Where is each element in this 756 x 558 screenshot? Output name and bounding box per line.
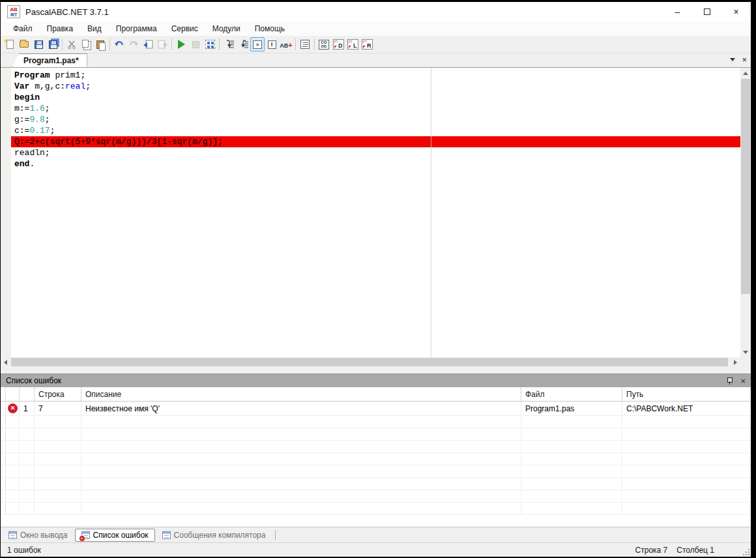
close-button[interactable]: × bbox=[721, 2, 751, 22]
pt-l-icon: PTL bbox=[347, 39, 358, 50]
pin-panel-icon[interactable] bbox=[727, 377, 733, 385]
toolbar-separator bbox=[62, 38, 63, 50]
tab-close-icon[interactable]: × bbox=[742, 55, 747, 64]
cut-button[interactable] bbox=[65, 37, 79, 51]
paste-button[interactable] bbox=[93, 37, 108, 51]
resize-grip[interactable] bbox=[742, 548, 749, 555]
column-header-line[interactable]: Строка bbox=[35, 387, 81, 401]
error-panel-title: Список ошибок bbox=[6, 376, 61, 385]
error-table: Строка Описание Файл Путь ✕17Неизвестное… bbox=[1, 387, 751, 527]
editor-gutter bbox=[1, 68, 11, 357]
indent-button[interactable] bbox=[222, 37, 236, 51]
error-code-line[interactable]: Q:=2+c(sqrt(5+9*sqr(m/g)))/3[1-sqr(m/g)]… bbox=[11, 136, 740, 147]
menu-edit[interactable]: Правка bbox=[40, 23, 81, 35]
new-file-icon: ★ bbox=[7, 40, 14, 49]
code-editor[interactable]: Program prim1;Var m,g,c:real;beginm:=1.6… bbox=[1, 68, 740, 357]
save-button[interactable] bbox=[31, 37, 46, 51]
document-tab-strip: Program1.pas* × bbox=[1, 53, 751, 68]
redo-button[interactable] bbox=[126, 37, 141, 51]
maximize-icon bbox=[704, 8, 710, 15]
menu-file[interactable]: Файл bbox=[6, 23, 40, 35]
minimize-button[interactable]: – bbox=[663, 2, 692, 22]
bottom-tab-separator bbox=[275, 530, 276, 540]
unindent-icon bbox=[238, 39, 249, 50]
interface-toggle[interactable]: I bbox=[265, 37, 279, 51]
undo-icon bbox=[114, 40, 124, 49]
scroll-up-icon[interactable] bbox=[740, 68, 751, 78]
horizontal-scrollbar-thumb[interactable] bbox=[11, 358, 728, 366]
column-header-description[interactable]: Описание bbox=[81, 387, 521, 401]
stop-button[interactable] bbox=[188, 37, 203, 51]
cut-scissors-icon bbox=[67, 40, 77, 50]
code-line[interactable]: Program prim1; bbox=[11, 70, 740, 81]
nav-back-button[interactable] bbox=[141, 37, 155, 51]
indent-icon bbox=[224, 39, 235, 50]
new-file-button[interactable]: ★ bbox=[3, 37, 17, 51]
unindent-button[interactable] bbox=[236, 37, 250, 51]
error-row[interactable]: ✕17Неизвестное имя 'Q'Program1.pasC:\PAB… bbox=[1, 402, 751, 416]
empty-error-row bbox=[1, 478, 751, 490]
nav-back-icon bbox=[143, 40, 154, 50]
tab-list-dropdown-icon[interactable] bbox=[730, 58, 735, 61]
menu-view[interactable]: Вид bbox=[80, 23, 109, 35]
run-button[interactable] bbox=[174, 37, 188, 51]
pt-r-icon: PTR bbox=[362, 39, 373, 50]
toolbar-separator bbox=[314, 38, 315, 50]
menu-bar: Файл Правка Вид Программа Сервис Модули … bbox=[1, 22, 751, 36]
code-line[interactable]: g:=9.8; bbox=[11, 114, 740, 125]
debug-step-window-button[interactable] bbox=[203, 37, 217, 51]
scroll-right-icon[interactable] bbox=[731, 357, 740, 367]
menu-help[interactable]: Помощь bbox=[248, 23, 292, 35]
console-window-toggle[interactable]: > bbox=[250, 37, 265, 51]
convert-to-l-button[interactable]: PTL bbox=[345, 37, 360, 51]
code-line[interactable]: readln; bbox=[11, 147, 740, 158]
tab-program1[interactable]: Program1.pas* bbox=[12, 53, 87, 67]
format-listing-icon bbox=[300, 40, 310, 49]
undo-button[interactable] bbox=[112, 37, 126, 51]
code-line[interactable]: m:=1.6; bbox=[11, 103, 740, 114]
code-line[interactable]: c:=0.17; bbox=[11, 125, 740, 136]
code-line[interactable]: begin bbox=[11, 92, 740, 103]
copy-button[interactable] bbox=[79, 37, 93, 51]
nav-forward-button[interactable] bbox=[155, 37, 169, 51]
scroll-left-icon[interactable] bbox=[1, 357, 10, 367]
vertical-scrollbar[interactable] bbox=[740, 68, 751, 357]
scroll-down-icon[interactable] bbox=[740, 347, 751, 357]
save-icon bbox=[35, 40, 43, 49]
maximize-button[interactable] bbox=[692, 2, 721, 22]
code-area: Program prim1;Var m,g,c:real;beginm:=1.6… bbox=[11, 70, 740, 169]
column-header-file[interactable]: Файл bbox=[521, 387, 622, 401]
tab-compiler-messages[interactable]: Сообщения компилятора bbox=[156, 529, 272, 542]
tab-output-window[interactable]: Окно вывода bbox=[3, 529, 74, 542]
paste-icon bbox=[96, 40, 104, 49]
code-templates-button[interactable]: CO DE bbox=[317, 37, 331, 51]
format-code-button[interactable] bbox=[298, 37, 312, 51]
save-all-button[interactable] bbox=[46, 37, 60, 51]
status-bar: 1 ошибок Строка 7 Столбец 1 bbox=[1, 542, 751, 557]
menu-service[interactable]: Сервис bbox=[164, 23, 205, 35]
open-file-button[interactable] bbox=[17, 37, 31, 51]
vertical-scrollbar-thumb[interactable] bbox=[741, 79, 750, 294]
code-line[interactable]: Var m,g,c:real; bbox=[11, 81, 740, 92]
panel-splitter[interactable] bbox=[1, 367, 751, 374]
toolbar-separator bbox=[295, 38, 296, 50]
code-completion-toggle[interactable]: AB+ bbox=[279, 37, 293, 51]
debug-grid-icon bbox=[205, 40, 215, 49]
pascalabc-logo-icon: AB ЖT bbox=[7, 5, 20, 18]
column-header-path[interactable]: Путь bbox=[622, 387, 751, 401]
error-list-icon: × bbox=[81, 531, 90, 539]
tab-error-list[interactable]: × Список ошибок bbox=[75, 529, 155, 542]
convert-to-d-button[interactable]: PTD bbox=[331, 37, 345, 51]
compiler-messages-icon bbox=[162, 531, 171, 539]
menu-modules[interactable]: Модули bbox=[205, 23, 248, 35]
error-count-status: 1 ошибок bbox=[7, 546, 41, 555]
convert-to-r-button[interactable]: PTR bbox=[360, 37, 374, 51]
run-icon bbox=[178, 40, 185, 49]
toolbar-separator bbox=[171, 38, 172, 50]
panel-close-icon[interactable]: × bbox=[740, 377, 746, 385]
toolbar-separator bbox=[109, 38, 110, 50]
code-line[interactable]: end. bbox=[11, 158, 740, 169]
menu-program[interactable]: Программа bbox=[109, 23, 164, 35]
horizontal-scrollbar[interactable] bbox=[1, 357, 740, 367]
empty-error-row bbox=[1, 490, 751, 503]
